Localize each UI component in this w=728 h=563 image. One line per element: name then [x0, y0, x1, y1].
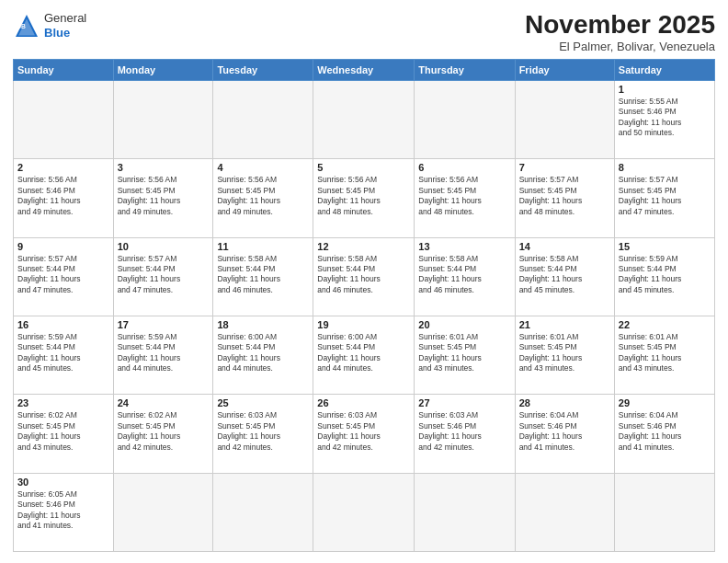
- day-cell: 3Sunrise: 5:56 AMSunset: 5:45 PMDaylight…: [113, 159, 213, 237]
- day-number: 23: [17, 397, 109, 408]
- week-row-1: 2Sunrise: 5:56 AMSunset: 5:46 PMDaylight…: [14, 159, 715, 237]
- day-cell: 4Sunrise: 5:56 AMSunset: 5:45 PMDaylight…: [213, 159, 313, 237]
- day-number: 16: [17, 319, 109, 330]
- day-info: Sunrise: 5:58 AMSunset: 5:44 PMDaylight:…: [317, 254, 410, 296]
- day-cell: [113, 473, 213, 551]
- day-number: 4: [217, 162, 309, 173]
- day-cell: [515, 473, 614, 551]
- day-info: Sunrise: 5:59 AMSunset: 5:44 PMDaylight:…: [17, 332, 109, 374]
- weekday-thursday: Thursday: [415, 59, 515, 80]
- day-number: 25: [217, 397, 309, 408]
- logo: GB General Blue: [13, 11, 86, 40]
- day-cell: 11Sunrise: 5:58 AMSunset: 5:44 PMDayligh…: [213, 237, 313, 316]
- day-number: 26: [317, 397, 410, 408]
- day-number: 24: [118, 397, 210, 408]
- day-cell: [515, 80, 614, 158]
- day-cell: [415, 473, 515, 551]
- page: GB General Blue November 2025 El Palmer,…: [0, 0, 728, 563]
- day-number: 22: [619, 319, 711, 330]
- weekday-wednesday: Wednesday: [313, 59, 415, 80]
- day-cell: 23Sunrise: 6:02 AMSunset: 5:45 PMDayligh…: [14, 395, 114, 473]
- day-cell: [213, 473, 313, 551]
- day-cell: 20Sunrise: 6:01 AMSunset: 5:45 PMDayligh…: [415, 316, 515, 394]
- day-info: Sunrise: 5:58 AMSunset: 5:44 PMDaylight:…: [217, 254, 309, 296]
- weekday-tuesday: Tuesday: [213, 59, 313, 80]
- day-number: 8: [619, 162, 711, 173]
- day-cell: [313, 80, 415, 158]
- day-number: 18: [217, 319, 309, 330]
- day-cell: 30Sunrise: 6:05 AMSunset: 5:46 PMDayligh…: [14, 473, 114, 551]
- logo-blue: Blue: [44, 26, 86, 40]
- day-cell: [213, 80, 313, 158]
- day-number: 3: [118, 162, 210, 173]
- day-cell: 10Sunrise: 5:57 AMSunset: 5:44 PMDayligh…: [113, 237, 213, 316]
- logo-text: General Blue: [44, 11, 86, 40]
- day-number: 15: [619, 241, 711, 252]
- weekday-friday: Friday: [515, 59, 614, 80]
- day-info: Sunrise: 5:56 AMSunset: 5:45 PMDaylight:…: [418, 175, 510, 217]
- day-number: 19: [317, 319, 410, 330]
- day-info: Sunrise: 6:01 AMSunset: 5:45 PMDaylight:…: [619, 332, 711, 374]
- day-cell: 29Sunrise: 6:04 AMSunset: 5:46 PMDayligh…: [614, 395, 714, 473]
- day-info: Sunrise: 5:57 AMSunset: 5:44 PMDaylight:…: [17, 254, 109, 296]
- day-number: 9: [17, 241, 109, 252]
- weekday-sunday: Sunday: [14, 59, 114, 80]
- day-cell: [614, 473, 714, 551]
- day-cell: 15Sunrise: 5:59 AMSunset: 5:44 PMDayligh…: [614, 237, 714, 316]
- day-cell: [14, 80, 114, 158]
- day-number: 2: [17, 162, 109, 173]
- day-info: Sunrise: 6:05 AMSunset: 5:46 PMDaylight:…: [17, 489, 109, 532]
- day-info: Sunrise: 6:04 AMSunset: 5:46 PMDaylight:…: [519, 410, 610, 453]
- logo-icon: GB: [13, 12, 40, 40]
- day-cell: 24Sunrise: 6:02 AMSunset: 5:45 PMDayligh…: [113, 395, 213, 473]
- day-cell: 25Sunrise: 6:03 AMSunset: 5:45 PMDayligh…: [213, 395, 313, 473]
- week-row-2: 9Sunrise: 5:57 AMSunset: 5:44 PMDaylight…: [14, 237, 715, 316]
- day-number: 17: [118, 319, 210, 330]
- day-info: Sunrise: 6:03 AMSunset: 5:45 PMDaylight:…: [317, 410, 410, 453]
- day-number: 21: [519, 319, 610, 330]
- day-cell: 13Sunrise: 5:58 AMSunset: 5:44 PMDayligh…: [415, 237, 515, 316]
- day-info: Sunrise: 6:01 AMSunset: 5:45 PMDaylight:…: [519, 332, 610, 374]
- day-info: Sunrise: 5:56 AMSunset: 5:45 PMDaylight:…: [217, 175, 309, 217]
- weekday-saturday: Saturday: [614, 59, 714, 80]
- day-cell: 7Sunrise: 5:57 AMSunset: 5:45 PMDaylight…: [515, 159, 614, 237]
- day-number: 20: [418, 319, 510, 330]
- day-info: Sunrise: 5:57 AMSunset: 5:45 PMDaylight:…: [519, 175, 610, 217]
- calendar-table: SundayMondayTuesdayWednesdayThursdayFrid…: [13, 59, 715, 552]
- day-cell: 9Sunrise: 5:57 AMSunset: 5:44 PMDaylight…: [14, 237, 114, 316]
- day-number: 28: [519, 397, 610, 408]
- day-info: Sunrise: 5:58 AMSunset: 5:44 PMDaylight:…: [418, 254, 510, 296]
- day-cell: 18Sunrise: 6:00 AMSunset: 5:44 PMDayligh…: [213, 316, 313, 394]
- day-info: Sunrise: 5:57 AMSunset: 5:45 PMDaylight:…: [619, 175, 711, 217]
- day-cell: 19Sunrise: 6:00 AMSunset: 5:44 PMDayligh…: [313, 316, 415, 394]
- day-number: 5: [317, 162, 410, 173]
- day-number: 11: [217, 241, 309, 252]
- day-info: Sunrise: 5:59 AMSunset: 5:44 PMDaylight:…: [619, 254, 711, 296]
- day-number: 12: [317, 241, 410, 252]
- day-info: Sunrise: 5:59 AMSunset: 5:44 PMDaylight:…: [118, 332, 210, 374]
- day-number: 13: [418, 241, 510, 252]
- week-row-4: 23Sunrise: 6:02 AMSunset: 5:45 PMDayligh…: [14, 395, 715, 473]
- day-info: Sunrise: 6:02 AMSunset: 5:45 PMDaylight:…: [118, 410, 210, 453]
- day-cell: 16Sunrise: 5:59 AMSunset: 5:44 PMDayligh…: [14, 316, 114, 394]
- calendar-header: SundayMondayTuesdayWednesdayThursdayFrid…: [14, 59, 715, 80]
- location: El Palmer, Bolivar, Venezuela: [525, 40, 715, 53]
- day-cell: 26Sunrise: 6:03 AMSunset: 5:45 PMDayligh…: [313, 395, 415, 473]
- header: GB General Blue November 2025 El Palmer,…: [13, 11, 715, 53]
- title-block: November 2025 El Palmer, Bolivar, Venezu…: [525, 11, 715, 53]
- day-cell: [113, 80, 213, 158]
- day-cell: 22Sunrise: 6:01 AMSunset: 5:45 PMDayligh…: [614, 316, 714, 394]
- day-number: 27: [418, 397, 510, 408]
- day-info: Sunrise: 6:04 AMSunset: 5:46 PMDaylight:…: [619, 410, 711, 453]
- day-info: Sunrise: 6:00 AMSunset: 5:44 PMDaylight:…: [217, 332, 309, 374]
- day-info: Sunrise: 5:56 AMSunset: 5:45 PMDaylight:…: [317, 175, 410, 217]
- day-cell: 2Sunrise: 5:56 AMSunset: 5:46 PMDaylight…: [14, 159, 114, 237]
- day-info: Sunrise: 5:58 AMSunset: 5:44 PMDaylight:…: [519, 254, 610, 296]
- month-title: November 2025: [525, 11, 715, 40]
- day-info: Sunrise: 6:00 AMSunset: 5:44 PMDaylight:…: [317, 332, 410, 374]
- week-row-3: 16Sunrise: 5:59 AMSunset: 5:44 PMDayligh…: [14, 316, 715, 394]
- day-number: 7: [519, 162, 610, 173]
- day-cell: [415, 80, 515, 158]
- day-number: 30: [17, 477, 109, 488]
- day-info: Sunrise: 6:02 AMSunset: 5:45 PMDaylight:…: [17, 410, 109, 453]
